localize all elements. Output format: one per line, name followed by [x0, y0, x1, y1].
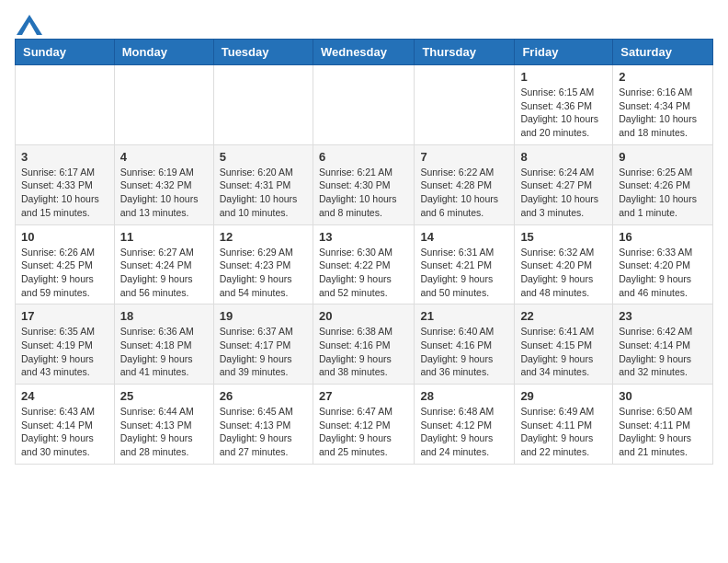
calendar-cell: 29Sunrise: 6:49 AM Sunset: 4:11 PM Dayli… — [515, 385, 613, 465]
day-info: Sunrise: 6:35 AM Sunset: 4:19 PM Dayligh… — [21, 325, 108, 379]
day-info: Sunrise: 6:15 AM Sunset: 4:36 PM Dayligh… — [520, 86, 607, 140]
day-info: Sunrise: 6:24 AM Sunset: 4:27 PM Dayligh… — [520, 166, 607, 220]
calendar-cell — [313, 65, 414, 145]
day-info: Sunrise: 6:33 AM Sunset: 4:20 PM Dayligh… — [619, 246, 707, 300]
calendar-day-header: Saturday — [613, 40, 713, 65]
calendar-cell: 15Sunrise: 6:32 AM Sunset: 4:20 PM Dayli… — [515, 224, 613, 304]
calendar-day-header: Sunday — [16, 40, 115, 65]
calendar-week-row: 3Sunrise: 6:17 AM Sunset: 4:33 PM Daylig… — [16, 144, 713, 224]
calendar-cell: 16Sunrise: 6:33 AM Sunset: 4:20 PM Dayli… — [613, 224, 713, 304]
calendar-cell: 26Sunrise: 6:45 AM Sunset: 4:13 PM Dayli… — [213, 385, 313, 465]
calendar-cell: 10Sunrise: 6:26 AM Sunset: 4:25 PM Dayli… — [16, 224, 115, 304]
day-info: Sunrise: 6:16 AM Sunset: 4:34 PM Dayligh… — [619, 86, 707, 140]
day-number: 16 — [619, 230, 707, 244]
calendar-cell: 2Sunrise: 6:16 AM Sunset: 4:34 PM Daylig… — [613, 65, 713, 145]
calendar-cell: 14Sunrise: 6:31 AM Sunset: 4:21 PM Dayli… — [415, 224, 515, 304]
calendar-day-header: Thursday — [415, 40, 515, 65]
calendar-day-header: Monday — [114, 40, 213, 65]
calendar-cell — [114, 65, 213, 145]
day-number: 11 — [120, 230, 208, 244]
calendar-cell: 8Sunrise: 6:24 AM Sunset: 4:27 PM Daylig… — [515, 144, 613, 224]
calendar-cell: 9Sunrise: 6:25 AM Sunset: 4:26 PM Daylig… — [613, 144, 713, 224]
day-number: 1 — [520, 70, 607, 84]
day-number: 6 — [319, 150, 408, 164]
day-info: Sunrise: 6:29 AM Sunset: 4:23 PM Dayligh… — [220, 246, 307, 300]
calendar-cell: 12Sunrise: 6:29 AM Sunset: 4:23 PM Dayli… — [213, 224, 313, 304]
page-header — [15, 15, 713, 31]
calendar-cell: 17Sunrise: 6:35 AM Sunset: 4:19 PM Dayli… — [16, 304, 115, 385]
calendar-week-row: 17Sunrise: 6:35 AM Sunset: 4:19 PM Dayli… — [16, 304, 713, 385]
day-number: 25 — [120, 389, 208, 403]
calendar-cell: 24Sunrise: 6:43 AM Sunset: 4:14 PM Dayli… — [16, 385, 115, 465]
day-number: 2 — [619, 70, 707, 84]
day-number: 17 — [21, 309, 108, 323]
day-number: 21 — [420, 309, 508, 323]
calendar-week-row: 24Sunrise: 6:43 AM Sunset: 4:14 PM Dayli… — [16, 385, 713, 465]
calendar-cell: 19Sunrise: 6:37 AM Sunset: 4:17 PM Dayli… — [213, 304, 313, 385]
day-info: Sunrise: 6:47 AM Sunset: 4:12 PM Dayligh… — [319, 405, 408, 459]
calendar-day-header: Friday — [515, 40, 613, 65]
day-info: Sunrise: 6:49 AM Sunset: 4:11 PM Dayligh… — [520, 405, 607, 459]
day-number: 8 — [520, 150, 607, 164]
day-number: 3 — [21, 150, 108, 164]
calendar-cell: 21Sunrise: 6:40 AM Sunset: 4:16 PM Dayli… — [415, 304, 515, 385]
calendar-day-header: Wednesday — [313, 40, 414, 65]
day-info: Sunrise: 6:21 AM Sunset: 4:30 PM Dayligh… — [319, 166, 408, 220]
calendar-header-row: SundayMondayTuesdayWednesdayThursdayFrid… — [16, 40, 713, 65]
logo-icon — [17, 15, 42, 35]
calendar-cell: 20Sunrise: 6:38 AM Sunset: 4:16 PM Dayli… — [313, 304, 414, 385]
day-info: Sunrise: 6:50 AM Sunset: 4:11 PM Dayligh… — [619, 405, 707, 459]
day-number: 9 — [619, 150, 707, 164]
day-info: Sunrise: 6:17 AM Sunset: 4:33 PM Dayligh… — [21, 166, 108, 220]
day-info: Sunrise: 6:32 AM Sunset: 4:20 PM Dayligh… — [520, 246, 607, 300]
calendar-cell: 27Sunrise: 6:47 AM Sunset: 4:12 PM Dayli… — [313, 385, 414, 465]
day-number: 15 — [520, 230, 607, 244]
day-info: Sunrise: 6:43 AM Sunset: 4:14 PM Dayligh… — [21, 405, 108, 459]
day-info: Sunrise: 6:25 AM Sunset: 4:26 PM Dayligh… — [619, 166, 707, 220]
calendar-week-row: 10Sunrise: 6:26 AM Sunset: 4:25 PM Dayli… — [16, 224, 713, 304]
calendar-cell: 22Sunrise: 6:41 AM Sunset: 4:15 PM Dayli… — [515, 304, 613, 385]
day-number: 14 — [420, 230, 508, 244]
day-info: Sunrise: 6:48 AM Sunset: 4:12 PM Dayligh… — [420, 405, 508, 459]
day-number: 27 — [319, 389, 408, 403]
calendar-cell: 1Sunrise: 6:15 AM Sunset: 4:36 PM Daylig… — [515, 65, 613, 145]
day-info: Sunrise: 6:36 AM Sunset: 4:18 PM Dayligh… — [120, 325, 208, 379]
day-number: 10 — [21, 230, 108, 244]
day-info: Sunrise: 6:20 AM Sunset: 4:31 PM Dayligh… — [220, 166, 307, 220]
calendar-week-row: 1Sunrise: 6:15 AM Sunset: 4:36 PM Daylig… — [16, 65, 713, 145]
day-number: 29 — [520, 389, 607, 403]
day-number: 28 — [420, 389, 508, 403]
calendar-cell — [16, 65, 115, 145]
calendar-cell: 6Sunrise: 6:21 AM Sunset: 4:30 PM Daylig… — [313, 144, 414, 224]
day-number: 5 — [220, 150, 307, 164]
day-info: Sunrise: 6:31 AM Sunset: 4:21 PM Dayligh… — [420, 246, 508, 300]
day-info: Sunrise: 6:37 AM Sunset: 4:17 PM Dayligh… — [220, 325, 307, 379]
calendar-cell: 18Sunrise: 6:36 AM Sunset: 4:18 PM Dayli… — [114, 304, 213, 385]
day-number: 19 — [220, 309, 307, 323]
day-number: 12 — [220, 230, 307, 244]
day-number: 24 — [21, 389, 108, 403]
calendar-cell: 13Sunrise: 6:30 AM Sunset: 4:22 PM Dayli… — [313, 224, 414, 304]
day-number: 4 — [120, 150, 208, 164]
calendar-cell — [213, 65, 313, 145]
day-info: Sunrise: 6:27 AM Sunset: 4:24 PM Dayligh… — [120, 246, 208, 300]
day-info: Sunrise: 6:40 AM Sunset: 4:16 PM Dayligh… — [420, 325, 508, 379]
day-number: 30 — [619, 389, 707, 403]
day-number: 23 — [619, 309, 707, 323]
calendar-cell: 11Sunrise: 6:27 AM Sunset: 4:24 PM Dayli… — [114, 224, 213, 304]
day-info: Sunrise: 6:44 AM Sunset: 4:13 PM Dayligh… — [120, 405, 208, 459]
day-info: Sunrise: 6:30 AM Sunset: 4:22 PM Dayligh… — [319, 246, 408, 300]
day-number: 13 — [319, 230, 408, 244]
day-number: 20 — [319, 309, 408, 323]
day-number: 22 — [520, 309, 607, 323]
day-info: Sunrise: 6:41 AM Sunset: 4:15 PM Dayligh… — [520, 325, 607, 379]
calendar-cell: 28Sunrise: 6:48 AM Sunset: 4:12 PM Dayli… — [415, 385, 515, 465]
day-number: 26 — [220, 389, 307, 403]
day-number: 7 — [420, 150, 508, 164]
day-info: Sunrise: 6:26 AM Sunset: 4:25 PM Dayligh… — [21, 246, 108, 300]
calendar-cell: 4Sunrise: 6:19 AM Sunset: 4:32 PM Daylig… — [114, 144, 213, 224]
calendar-cell: 30Sunrise: 6:50 AM Sunset: 4:11 PM Dayli… — [613, 385, 713, 465]
day-info: Sunrise: 6:45 AM Sunset: 4:13 PM Dayligh… — [220, 405, 307, 459]
calendar-cell: 5Sunrise: 6:20 AM Sunset: 4:31 PM Daylig… — [213, 144, 313, 224]
calendar-cell: 3Sunrise: 6:17 AM Sunset: 4:33 PM Daylig… — [16, 144, 115, 224]
